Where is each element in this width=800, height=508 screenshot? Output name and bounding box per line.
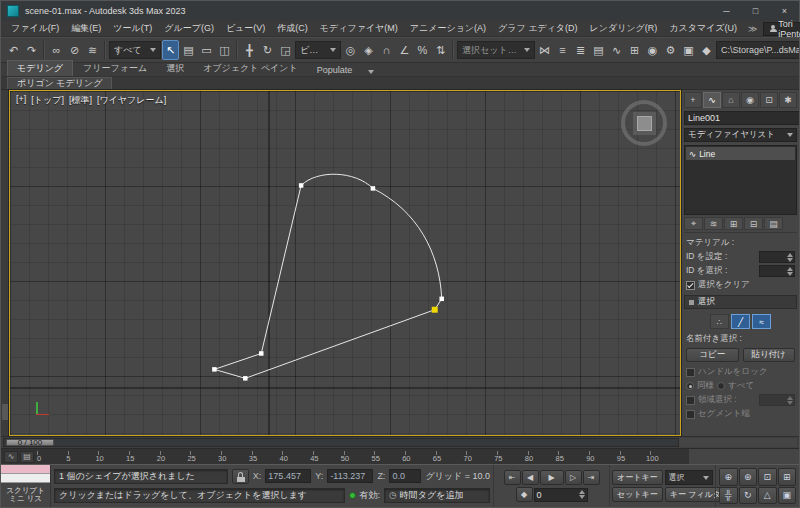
pan-icon[interactable]: ╬	[719, 487, 738, 505]
mirror-icon[interactable]: ⋈	[536, 40, 553, 60]
spline-subobject-icon[interactable]: ≈	[752, 314, 771, 329]
key-mode-toggle-icon[interactable]: ◆	[516, 487, 533, 502]
timeline-tick[interactable]: 20	[160, 449, 191, 464]
viewport-general-menu[interactable]: [+]	[16, 94, 26, 107]
lock-handles-checkbox[interactable]	[686, 368, 695, 377]
listener-strip[interactable]	[1, 474, 50, 483]
modify-tab-icon[interactable]: ∿	[703, 92, 721, 108]
angle-snap-icon[interactable]: ∠	[396, 40, 413, 60]
select-by-name-icon[interactable]: ▤	[180, 40, 197, 60]
spline-vertex[interactable]	[371, 186, 375, 190]
undo-icon[interactable]: ↶	[5, 40, 22, 60]
spline-vertex[interactable]	[212, 367, 216, 371]
current-frame-field[interactable]: 0	[534, 488, 588, 502]
ribbon-toggle-icon[interactable]: ▤	[590, 40, 607, 60]
menu-item[interactable]: ファイル(F)	[5, 21, 65, 36]
render-icon[interactable]: ◆	[698, 40, 715, 60]
timeline-tick[interactable]: 70	[466, 449, 497, 464]
zoom-extents-icon[interactable]: ⊡	[758, 468, 777, 486]
material-editor-icon[interactable]: ◉	[644, 40, 661, 60]
vertex-subobject-icon[interactable]: ∴	[710, 314, 729, 329]
add-time-tag[interactable]: ◷ 時間タグを追加	[384, 488, 490, 503]
menu-item[interactable]: 作成(C)	[271, 21, 314, 36]
spinner-down-icon[interactable]	[579, 495, 585, 499]
field-of-view-icon[interactable]: △	[758, 487, 777, 505]
timeline-tick[interactable]: 25	[190, 449, 221, 464]
segment-subobject-icon[interactable]: ╱	[731, 314, 750, 329]
spline-vertex[interactable]	[243, 376, 247, 380]
selection-lock-toggle[interactable]	[232, 469, 249, 484]
menu-item[interactable]: ビュー(V)	[220, 21, 271, 36]
maximize-button[interactable]: □	[741, 1, 770, 21]
menu-item[interactable]: アニメーション(A)	[404, 21, 492, 36]
timeline-tick[interactable]: 10	[98, 449, 129, 464]
snap-toggle-icon[interactable]: ∩	[378, 40, 395, 60]
curve-editor-icon[interactable]: ∿	[608, 40, 625, 60]
hierarchy-tab-icon[interactable]: ⌂	[722, 92, 740, 108]
display-tab-icon[interactable]: ⊡	[760, 92, 778, 108]
window-crossing-icon[interactable]: ◫	[216, 40, 233, 60]
project-folder-combo[interactable]: C:\Storage\P...dsMax Project	[716, 41, 799, 59]
sign-in-button[interactable]: Tori iPentec	[763, 22, 800, 36]
zoom-extents-all-icon[interactable]: ⊞	[778, 468, 797, 486]
set-id-field[interactable]	[759, 251, 795, 263]
area-selection-field[interactable]	[759, 394, 795, 406]
spline-vertex[interactable]	[439, 297, 443, 301]
unlink-selection-icon[interactable]: ⊘	[66, 40, 83, 60]
viewcube-face[interactable]	[637, 116, 652, 131]
utilities-tab-icon[interactable]: ✱	[779, 92, 797, 108]
timeline-tick[interactable]: 65	[436, 449, 467, 464]
spinner-up-icon[interactable]	[787, 253, 793, 257]
adaptive-degradation-toggle[interactable]: 有効:	[349, 489, 380, 502]
select-and-link-icon[interactable]: ∞	[48, 40, 65, 60]
timeline-tick[interactable]: 0	[37, 449, 68, 464]
reference-coordinate-combo[interactable]: ビュー	[295, 41, 341, 59]
spline-shape[interactable]	[10, 91, 680, 435]
viewport-pov-label[interactable]: [トップ]	[31, 94, 64, 107]
menu-item[interactable]: ツール(T)	[107, 21, 158, 36]
area-selection-checkbox[interactable]	[686, 396, 695, 405]
remove-modifier-icon[interactable]: ⊟	[744, 217, 763, 230]
ribbon-expand-icon[interactable]	[368, 70, 374, 74]
spinner-up-icon[interactable]	[579, 490, 585, 494]
spinner-snap-icon[interactable]: ⇅	[432, 40, 449, 60]
timeline-tick[interactable]: 50	[344, 449, 375, 464]
selection-rollout-header[interactable]: 選択	[684, 295, 797, 309]
spinner-up-icon[interactable]	[787, 396, 793, 400]
timeline-tick[interactable]: 30	[221, 449, 252, 464]
z-coordinate-field[interactable]: 0.0	[389, 469, 421, 483]
spinner-down-icon[interactable]	[787, 401, 793, 405]
spline-vertex[interactable]	[259, 351, 263, 355]
next-frame-icon[interactable]: ▷	[565, 470, 582, 485]
spinner-down-icon[interactable]	[787, 272, 793, 276]
motion-tab-icon[interactable]: ◉	[741, 92, 759, 108]
select-id-field[interactable]	[759, 265, 795, 277]
clear-selection-checkbox[interactable]	[686, 281, 695, 290]
viewport-top[interactable]: [+] [トップ] [標準] [ワイヤフレーム]	[9, 90, 681, 436]
make-unique-icon[interactable]: ⊞	[724, 217, 743, 230]
object-name-field[interactable]	[684, 111, 799, 125]
viewcube[interactable]	[621, 100, 667, 146]
y-coordinate-field[interactable]: -113.237	[327, 469, 373, 483]
timeline-tick[interactable]: 35	[252, 449, 283, 464]
go-to-end-icon[interactable]: ⇥	[583, 470, 600, 485]
select-and-move-icon[interactable]: ╋	[241, 40, 258, 60]
viewport-shading-label[interactable]: [標準]	[69, 94, 92, 107]
viewport-layout-tab[interactable]	[2, 404, 8, 420]
maxscript-mini-listener[interactable]: スクリプト ミニ リス	[1, 465, 51, 507]
modifier-list-dropdown[interactable]: モディファイヤリスト	[684, 128, 797, 142]
timeline-tick[interactable]: 85	[558, 449, 589, 464]
alike-radio[interactable]	[686, 382, 694, 390]
timeline-tick[interactable]: 90	[589, 449, 620, 464]
layer-explorer-icon[interactable]: ≣	[572, 40, 589, 60]
menu-item[interactable]: カスタマイズ(U)	[663, 21, 743, 36]
select-and-manipulate-icon[interactable]: ◈	[360, 40, 377, 60]
redo-icon[interactable]: ↷	[23, 40, 40, 60]
selection-set-combo[interactable]: 選択	[665, 470, 713, 485]
open-mini-curve-editor-icon[interactable]: ∿	[4, 451, 18, 463]
set-key-button[interactable]: セットキー	[612, 487, 663, 502]
ribbon-tab[interactable]: フリーフォーム	[74, 61, 156, 76]
named-selection-sets-combo[interactable]: 選択セット作成	[457, 41, 535, 59]
copy-button[interactable]: コピー	[686, 348, 739, 362]
auto-key-button[interactable]: オートキー	[612, 470, 663, 485]
